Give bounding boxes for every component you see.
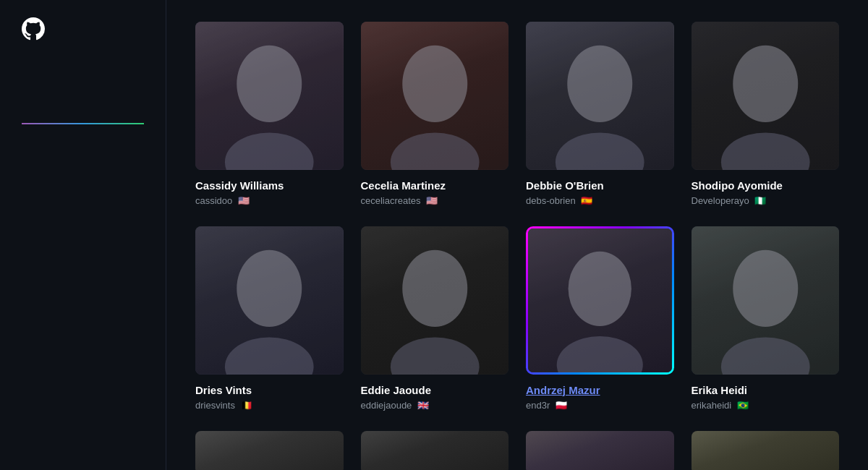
avatar-face-svg [195,22,344,170]
star-card[interactable]: Dries Vintsdriesvints 🇧🇪 [195,226,344,411]
star-card[interactable]: Eddie Jaoudeeddiejaoude 🇬🇧 [361,226,509,411]
sidebar-nav [0,64,166,145]
star-card-name: Cassidy Williams [195,179,344,193]
main-content: Cassidy Williamscassidoo 🇺🇸Cecelia Marti… [166,0,868,470]
star-card-username: ceceliacreates 🇺🇸 [361,195,509,206]
partial-star-card[interactable] [195,431,344,470]
star-card[interactable]: Shodipo AyomideDeveloperayo 🇳🇬 [692,22,840,206]
star-card-name: Debbie O'Brien [526,179,674,193]
avatar-face-svg [692,22,840,170]
svg-point-14 [237,250,302,327]
star-card-username: erikaheidi 🇧🇷 [692,400,840,411]
svg-point-11 [733,46,798,122]
star-card[interactable]: Erika Heidierikaheidi 🇧🇷 [692,226,840,411]
avatar-face-svg [692,226,840,375]
sidebar-item-program[interactable] [0,84,166,104]
partial-star-card[interactable] [361,431,509,470]
svg-point-8 [567,46,632,122]
star-card-username: end3r 🇵🇱 [526,400,674,411]
star-card-name: Cecelia Martinez [361,179,509,193]
avatar-face-svg [361,22,509,170]
sidebar-item-stars[interactable] [0,104,166,124]
sidebar-logo [0,17,166,64]
svg-point-5 [402,46,467,122]
avatar-face-svg [528,228,672,372]
partial-row [195,431,839,470]
star-card-username: driesvints 🇧🇪 [195,400,344,411]
sidebar-item-nominate[interactable] [0,124,166,145]
avatar-face-svg [361,226,509,375]
star-card-image-wrapper [692,22,840,170]
star-card-image-wrapper [195,226,344,375]
star-card-username: eddiejaoude 🇬🇧 [361,400,509,411]
svg-point-20 [569,252,631,326]
star-card-image-wrapper [692,226,840,375]
star-card-image-wrapper [526,226,674,375]
star-card[interactable]: Andrzej Mazurend3r 🇵🇱 [526,226,674,411]
star-card-name[interactable]: Andrzej Mazur [526,383,674,398]
partial-card-image [361,431,509,470]
svg-point-2 [237,46,302,122]
star-card-name: Eddie Jaoude [361,383,509,398]
sidebar-item-home[interactable] [0,64,166,84]
avatar-face-svg [195,226,344,375]
partial-card-image [526,431,674,470]
stars-grid: Cassidy Williamscassidoo 🇺🇸Cecelia Marti… [195,22,839,411]
partial-star-card[interactable] [692,431,840,470]
star-card-username: Developerayo 🇳🇬 [692,195,840,206]
star-card-name: Shodipo Ayomide [692,179,840,193]
star-card[interactable]: Cassidy Williamscassidoo 🇺🇸 [195,22,344,206]
partial-card-image [692,431,840,470]
star-card-image-wrapper [195,22,344,170]
svg-point-23 [733,250,798,327]
partial-card-image [195,431,344,470]
partial-star-card[interactable] [526,431,674,470]
avatar-face-svg [526,22,674,170]
github-icon [22,17,45,40]
star-card-username: debs-obrien 🇪🇸 [526,195,674,206]
star-card-image-wrapper [361,226,509,375]
star-card-name: Dries Vints [195,383,344,398]
star-card-image-wrapper [526,22,674,170]
star-card-image-wrapper [361,22,509,170]
svg-point-17 [402,250,467,327]
star-card-name: Erika Heidi [692,383,840,398]
sidebar [0,0,166,470]
star-card[interactable]: Cecelia Martinezceceliacreates 🇺🇸 [361,22,509,206]
star-card-username: cassidoo 🇺🇸 [195,195,344,206]
star-card[interactable]: Debbie O'Briendebs-obrien 🇪🇸 [526,22,674,206]
